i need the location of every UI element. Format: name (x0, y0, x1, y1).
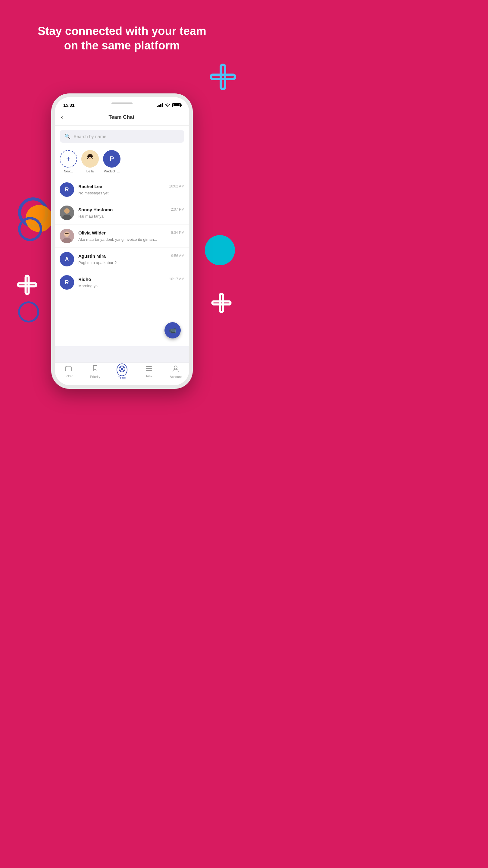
chat-item-rachel[interactable]: R Rachel Lee 10:02 AM No messages yet. (55, 178, 189, 201)
rachel-preview: No messages yet. (78, 191, 110, 195)
svg-point-10 (88, 157, 89, 158)
product-label: Product_... (104, 169, 120, 173)
olivia-name-row: Olivia Wilder 6:04 PM (78, 230, 184, 236)
signal-bars (157, 103, 163, 107)
signal-bar-1 (157, 106, 158, 107)
phone-speaker (111, 102, 133, 104)
chat-item-sonny[interactable]: Sonny Hastomo 2:07 PM Hai mau tanya (55, 201, 189, 224)
avatar-bella[interactable]: Bella (82, 150, 99, 173)
phone-frame: 15.31 ‹ Team Cha (51, 93, 193, 389)
olivia-info: Olivia Wilder 6:04 PM Aku mau tanya donk… (78, 230, 184, 242)
headline: Stay connected with your team on the sam… (0, 24, 244, 53)
status-icons (157, 103, 181, 107)
nav-ticket[interactable]: Ticket (55, 365, 82, 379)
app-header: ‹ Team Chat (55, 110, 189, 126)
sonny-name: Sonny Hastomo (78, 207, 113, 212)
decorative-circle-blue-bottom (18, 301, 39, 322)
agustin-preview: Pagi mira apa kabar ? (78, 260, 117, 265)
ticket-icon (65, 365, 72, 373)
sonny-avatar (60, 206, 74, 220)
page-title: Team Chat (66, 114, 177, 120)
svg-rect-18 (65, 367, 71, 371)
task-icon (145, 365, 152, 373)
new-chat-icon: + (60, 150, 77, 167)
bella-avatar-image (82, 150, 99, 167)
svg-rect-19 (66, 366, 67, 367)
olivia-name: Olivia Wilder (78, 230, 106, 236)
agustin-name-row: Agustin Mira 9:56 AM (78, 253, 184, 258)
olivia-time: 6:04 PM (171, 230, 184, 235)
rachel-name-row: Rachel Lee 10:02 AM (78, 184, 184, 189)
svg-rect-20 (70, 366, 70, 367)
nav-team[interactable]: Team (108, 365, 135, 379)
headline-line1: Stay connected with your team (38, 25, 206, 37)
svg-point-23 (120, 367, 124, 371)
sonny-time: 2:07 PM (171, 207, 184, 212)
svg-point-27 (174, 366, 177, 369)
ridho-name: Ridho (78, 277, 91, 282)
nav-account[interactable]: Account (162, 365, 189, 379)
agustin-info: Agustin Mira 9:56 AM Pagi mira apa kabar… (78, 253, 184, 265)
phone-screen: 15.31 ‹ Team Cha (55, 97, 189, 385)
product-avatar: P (103, 150, 121, 167)
agustin-name: Agustin Mira (78, 253, 106, 258)
avatar-row: + New... Bella (55, 147, 189, 178)
bottom-nav: Ticket Priority (55, 363, 189, 385)
svg-rect-0 (221, 65, 225, 89)
account-icon (173, 365, 178, 374)
svg-point-13 (64, 208, 70, 214)
ridho-avatar: R (60, 275, 74, 290)
svg-rect-26 (146, 370, 152, 371)
new-chat-button[interactable]: + New... (60, 150, 77, 173)
svg-rect-3 (18, 283, 36, 286)
battery-icon (172, 103, 181, 107)
chat-item-olivia[interactable]: Olivia Wilder 6:04 PM Aku mau tanya donk… (55, 224, 189, 248)
chat-item-ridho[interactable]: R Ridho 10:17 AM Morning ya (55, 271, 189, 294)
decorative-cross-bottom-left (17, 274, 38, 296)
chat-item-agustin[interactable]: A Agustin Mira 9:56 AM Pagi mira apa kab… (55, 248, 189, 271)
search-input[interactable]: 🔍 Search by name (60, 130, 184, 143)
nav-priority[interactable]: Priority (82, 365, 108, 379)
team-icon (119, 367, 126, 374)
olivia-preview: Aku mau tanya donk yang invoice itu gima… (78, 237, 157, 242)
agustin-time: 9:56 AM (171, 254, 184, 258)
olivia-avatar (60, 229, 74, 243)
rachel-avatar: R (60, 182, 74, 197)
bella-label: Bella (87, 169, 94, 173)
rachel-name: Rachel Lee (78, 184, 102, 189)
svg-point-11 (91, 157, 92, 158)
team-active-indicator (119, 365, 126, 374)
svg-point-9 (86, 158, 94, 164)
signal-bar-4 (162, 103, 163, 107)
ridho-time: 10:17 AM (169, 277, 184, 281)
ridho-preview: Morning ya (78, 284, 98, 288)
search-placeholder: Search by name (73, 134, 106, 139)
priority-icon (93, 365, 98, 374)
decorative-circle-blue-left (18, 217, 42, 241)
ridho-name-row: Ridho 10:17 AM (78, 277, 184, 282)
sonny-info: Sonny Hastomo 2:07 PM Hai mau tanya (78, 207, 184, 219)
sonny-name-row: Sonny Hastomo 2:07 PM (78, 207, 184, 212)
headline-line2: on the same platform (64, 39, 180, 52)
nav-task[interactable]: Task (135, 365, 162, 379)
new-chat-label: New... (64, 169, 73, 173)
svg-rect-5 (213, 301, 230, 304)
priority-label: Priority (90, 375, 100, 378)
svg-point-22 (121, 368, 123, 370)
sonny-preview: Hai mau tanya (78, 214, 104, 218)
rachel-info: Rachel Lee 10:02 AM No messages yet. (78, 184, 184, 195)
decorative-cross-bottom-right (211, 292, 232, 313)
svg-rect-2 (26, 276, 29, 294)
signal-bar-3 (160, 104, 161, 107)
account-label: Account (170, 375, 182, 378)
avatar-product[interactable]: P Product_... (103, 150, 121, 173)
back-button[interactable]: ‹ (61, 114, 63, 121)
agustin-avatar: A (60, 252, 74, 267)
video-call-fab[interactable]: 📹 (164, 322, 181, 338)
olivia-avatar-image (60, 229, 74, 243)
wifi-icon (165, 103, 170, 107)
ticket-label: Ticket (64, 374, 73, 378)
video-icon: 📹 (169, 327, 176, 334)
battery-fill (173, 104, 180, 106)
ridho-info: Ridho 10:17 AM Morning ya (78, 277, 184, 288)
